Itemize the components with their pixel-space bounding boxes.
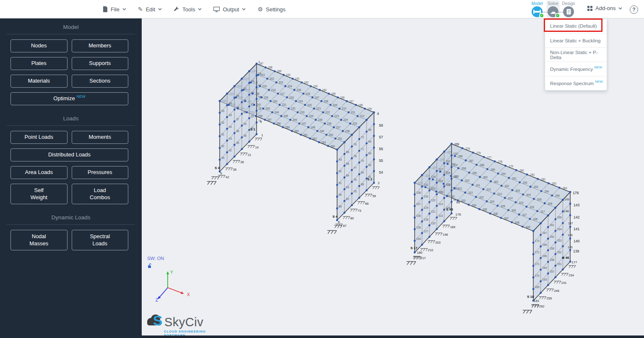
svg-text:306: 306 bbox=[548, 202, 553, 205]
solve-step-label: Solve bbox=[546, 1, 560, 6]
addons-menu[interactable]: Add-ons bbox=[587, 5, 622, 11]
support-hatch-icon bbox=[569, 265, 576, 268]
support-hatch-icon bbox=[428, 241, 435, 243]
new-badge: NEW bbox=[77, 94, 86, 99]
svg-text:234: 234 bbox=[569, 273, 574, 277]
menu-item-nonlinear-static-pdelta[interactable]: Non-Linear Static + P-Delta bbox=[545, 47, 607, 62]
distributed-loads-button[interactable]: Distributed Loads bbox=[10, 148, 128, 161]
sections-button[interactable]: Sections bbox=[72, 75, 129, 88]
svg-text:302: 302 bbox=[505, 185, 509, 187]
svg-text:136: 136 bbox=[416, 214, 421, 217]
menu-item-linear-static-buckling[interactable]: Linear Static + Buckling bbox=[545, 33, 607, 47]
svg-text:233: 233 bbox=[300, 111, 304, 114]
svg-text:Z: Z bbox=[156, 298, 158, 302]
file-menu-label: File bbox=[111, 6, 119, 13]
workflow-step-model[interactable]: Model ✓ bbox=[530, 1, 544, 17]
svg-text:219: 219 bbox=[298, 100, 303, 103]
support-hatch-icon bbox=[211, 177, 219, 179]
svg-text:49: 49 bbox=[221, 156, 225, 159]
unlock-icon[interactable] bbox=[148, 263, 152, 270]
point-loads-button[interactable]: Point Loads bbox=[10, 131, 68, 144]
svg-text:216: 216 bbox=[271, 88, 276, 91]
svg-text:5: 5 bbox=[220, 172, 222, 175]
svg-text:217: 217 bbox=[280, 92, 285, 95]
svg-text:212: 212 bbox=[360, 114, 364, 117]
menu-item-linear-static[interactable]: Linear Static (Default) bbox=[545, 19, 607, 33]
structure-1[interactable]: 1871881891901911921931941951961971981992… bbox=[207, 60, 383, 234]
support-hatch-icon bbox=[554, 281, 561, 283]
svg-text:317: 317 bbox=[540, 210, 545, 213]
loads-section-heading: Loads bbox=[0, 110, 142, 125]
structure-2[interactable]: 2742752762772782792802812822832842852862… bbox=[407, 143, 580, 313]
workflow-step-design[interactable]: Design bbox=[561, 1, 576, 17]
edit-menu[interactable]: ✎ Edit bbox=[138, 6, 162, 13]
svg-text:120: 120 bbox=[431, 222, 436, 225]
load-combos-button[interactable]: Load Combos bbox=[72, 184, 129, 204]
solve-step-icon[interactable]: ☁ ✓ bbox=[548, 6, 558, 17]
svg-text:220: 220 bbox=[307, 104, 312, 107]
svg-text:146: 146 bbox=[568, 234, 573, 237]
svg-text:169: 169 bbox=[535, 286, 540, 289]
svg-text:248: 248 bbox=[554, 289, 559, 293]
svg-text:138: 138 bbox=[416, 191, 421, 194]
help-button[interactable]: ? bbox=[630, 5, 638, 14]
support-hatch-icon bbox=[372, 187, 379, 189]
solve-done-badge: ✓ bbox=[555, 13, 560, 18]
svg-text:251: 251 bbox=[338, 137, 342, 140]
pressures-button[interactable]: Pressures bbox=[72, 166, 129, 179]
design-step-icon[interactable] bbox=[563, 6, 574, 17]
svg-text:314: 314 bbox=[508, 197, 513, 200]
self-weight-button[interactable]: Self Weight bbox=[10, 184, 68, 204]
file-menu[interactable]: File bbox=[103, 6, 126, 13]
output-menu[interactable]: Output bbox=[213, 6, 246, 13]
left-sidebar: Model Nodes Members Plates Supports Mate… bbox=[0, 18, 142, 338]
svg-text:29: 29 bbox=[244, 122, 247, 125]
settings-menu[interactable]: ⚙ Settings bbox=[257, 6, 286, 13]
skyciv-logo: S SkyCiv CLOUD ENGINEERING SOFTWARE bbox=[145, 312, 216, 337]
model-step-icon[interactable]: ✓ bbox=[532, 6, 543, 17]
svg-text:234: 234 bbox=[309, 114, 314, 117]
svg-text:289: 289 bbox=[491, 168, 495, 171]
support-hatch-icon bbox=[539, 296, 546, 299]
svg-text:85: 85 bbox=[346, 162, 350, 165]
support-hatch-icon bbox=[450, 217, 457, 220]
area-loads-button[interactable]: Area Loads bbox=[10, 166, 68, 179]
svg-text:304: 304 bbox=[526, 193, 531, 196]
workflow-step-solve[interactable]: Solve ☁ ✓ bbox=[546, 1, 560, 17]
menu-item-dynamic-frequency[interactable]: Dynamic FrequencyNEW bbox=[545, 62, 607, 76]
svg-text:223: 223 bbox=[335, 114, 339, 117]
materials-button[interactable]: Materials bbox=[10, 75, 68, 88]
svg-text:159: 159 bbox=[550, 247, 554, 250]
svg-text:208: 208 bbox=[324, 100, 328, 103]
svg-text:243: 243 bbox=[265, 107, 270, 110]
svg-text:79: 79 bbox=[353, 143, 357, 146]
svg-text:145: 145 bbox=[568, 246, 573, 249]
skyciv-cloud-icon: S bbox=[145, 312, 167, 328]
spectral-loads-button[interactable]: Spectral Loads bbox=[72, 230, 129, 250]
tools-menu[interactable]: Tools bbox=[174, 6, 202, 13]
nodal-masses-button[interactable]: Nodal Masses bbox=[10, 230, 68, 250]
support-hatch-icon bbox=[247, 146, 254, 148]
menu-item-response-spectrum[interactable]: Response SpectrumNEW bbox=[545, 76, 607, 90]
svg-text:148: 148 bbox=[564, 210, 569, 213]
moments-button[interactable]: Moments bbox=[72, 131, 129, 144]
svg-text:S 46: S 46 bbox=[562, 256, 569, 260]
plates-button[interactable]: Plates bbox=[10, 57, 68, 70]
svg-text:205: 205 bbox=[297, 88, 301, 91]
supports-button[interactable]: Supports bbox=[72, 57, 129, 70]
svg-text:231: 231 bbox=[282, 103, 286, 106]
svg-text:167: 167 bbox=[543, 231, 547, 234]
svg-text:215: 215 bbox=[262, 85, 267, 88]
svg-text:S 18: S 18 bbox=[527, 295, 534, 299]
members-button[interactable]: Members bbox=[72, 39, 129, 52]
nodes-button[interactable]: Nodes bbox=[10, 39, 68, 52]
svg-text:62: 62 bbox=[368, 164, 371, 166]
svg-text:287: 287 bbox=[469, 159, 473, 162]
svg-text:55: 55 bbox=[379, 159, 383, 163]
svg-text:322: 322 bbox=[468, 191, 473, 194]
svg-text:237: 237 bbox=[336, 126, 341, 129]
svg-text:135: 135 bbox=[416, 226, 421, 229]
svg-text:45: 45 bbox=[229, 114, 232, 117]
optimize-button[interactable]: OptimizeNEW bbox=[10, 92, 128, 105]
optimize-label: Optimize bbox=[53, 95, 75, 102]
